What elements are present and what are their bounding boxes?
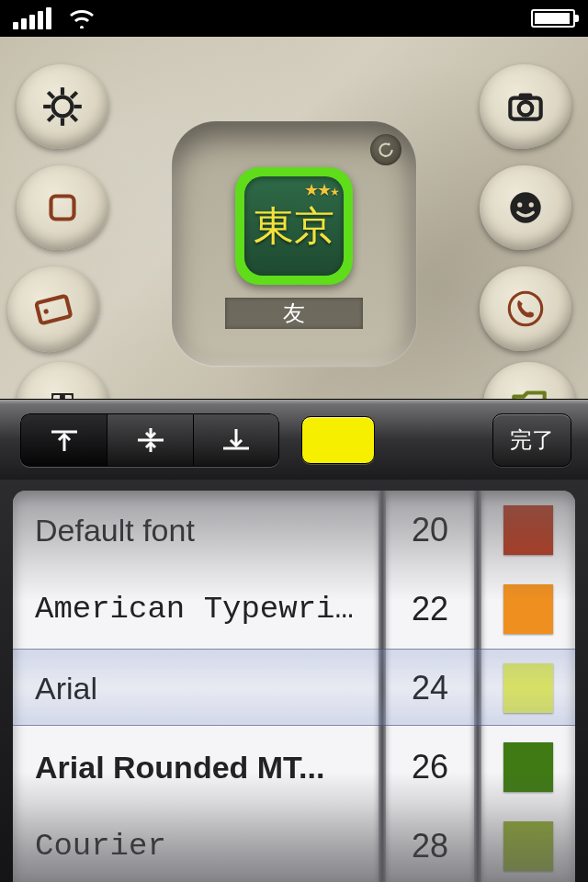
align-bottom-icon bbox=[218, 425, 254, 455]
gear-icon bbox=[40, 84, 85, 130]
phone-button[interactable] bbox=[480, 266, 571, 351]
picker-container: Default font American Typewri... Arial A… bbox=[0, 480, 588, 882]
svg-point-17 bbox=[517, 202, 522, 207]
shape-button[interactable] bbox=[17, 165, 108, 250]
font-size-color-picker: Default font American Typewri... Arial A… bbox=[13, 491, 575, 882]
svg-line-5 bbox=[48, 92, 53, 97]
svg-point-19 bbox=[509, 292, 541, 324]
color-option[interactable] bbox=[481, 728, 575, 807]
svg-point-11 bbox=[43, 309, 49, 314]
color-option[interactable] bbox=[481, 570, 575, 649]
card-icon bbox=[26, 281, 82, 337]
icon-preview-well: ★★★ 東京 友 bbox=[172, 121, 416, 366]
status-bar bbox=[0, 0, 588, 37]
icon-preview-tile[interactable]: ★★★ 東京 bbox=[235, 167, 353, 285]
icon-editor-canvas: T ★★★ 東京 友 bbox=[0, 37, 588, 399]
align-bottom-button[interactable] bbox=[193, 413, 279, 467]
align-top-icon bbox=[46, 425, 83, 455]
size-option[interactable]: 24 bbox=[386, 649, 474, 728]
picker-divider bbox=[474, 491, 481, 882]
camera-button[interactable] bbox=[480, 64, 571, 149]
face-icon bbox=[503, 185, 548, 231]
align-middle-icon bbox=[132, 425, 169, 455]
icon-preview-text: 東京 bbox=[254, 199, 334, 254]
size-option[interactable]: 28 bbox=[386, 807, 474, 882]
svg-point-14 bbox=[519, 102, 533, 116]
font-option[interactable]: Arial bbox=[35, 649, 379, 728]
camera-icon bbox=[503, 84, 548, 130]
phone-icon bbox=[503, 286, 548, 332]
svg-point-16 bbox=[510, 192, 540, 222]
text-format-toolbar: 完了 bbox=[0, 399, 588, 480]
svg-rect-9 bbox=[51, 197, 74, 220]
size-option[interactable]: 26 bbox=[386, 728, 474, 807]
refresh-preview-button[interactable] bbox=[370, 134, 401, 165]
size-option[interactable]: 22 bbox=[386, 570, 474, 649]
color-option[interactable] bbox=[481, 649, 575, 728]
vertical-align-segmented bbox=[20, 413, 279, 467]
signal-bars-icon bbox=[13, 7, 51, 29]
battery-icon bbox=[531, 9, 575, 28]
svg-point-0 bbox=[53, 97, 73, 117]
settings-button[interactable] bbox=[17, 64, 108, 149]
star-decoration-icon: ★★★ bbox=[304, 180, 338, 200]
color-option[interactable] bbox=[481, 491, 575, 570]
size-option[interactable]: 20 bbox=[386, 491, 474, 570]
svg-point-18 bbox=[529, 202, 534, 207]
size-picker-column[interactable]: 20 22 24 26 28 bbox=[386, 491, 474, 882]
font-option[interactable]: Arial Rounded MT... bbox=[35, 728, 379, 807]
refresh-icon bbox=[377, 141, 395, 159]
color-picker-column[interactable] bbox=[481, 491, 575, 882]
emoji-button[interactable] bbox=[480, 165, 571, 250]
text-color-swatch[interactable] bbox=[301, 416, 375, 464]
color-option[interactable] bbox=[481, 807, 575, 882]
font-picker-column[interactable]: Default font American Typewri... Arial A… bbox=[13, 491, 379, 882]
svg-line-7 bbox=[71, 92, 76, 97]
font-option[interactable]: Default font bbox=[35, 491, 379, 570]
wifi-icon bbox=[68, 8, 96, 28]
align-top-button[interactable] bbox=[20, 413, 107, 467]
svg-rect-10 bbox=[36, 296, 71, 323]
rotate-card-button[interactable] bbox=[0, 256, 108, 360]
font-option[interactable]: American Typewri... bbox=[35, 570, 379, 649]
font-option[interactable]: Courier bbox=[35, 807, 379, 882]
icon-name-input[interactable]: 友 bbox=[225, 298, 363, 329]
svg-line-8 bbox=[48, 115, 53, 120]
align-middle-button[interactable] bbox=[107, 413, 193, 467]
square-icon bbox=[40, 185, 85, 231]
picker-divider bbox=[379, 491, 386, 882]
svg-line-6 bbox=[71, 115, 76, 120]
done-button[interactable]: 完了 bbox=[492, 413, 571, 467]
svg-rect-15 bbox=[519, 93, 533, 99]
